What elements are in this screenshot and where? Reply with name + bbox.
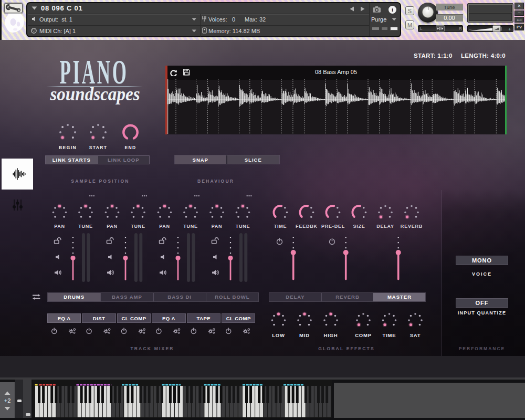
svg-text:–: –: [469, 26, 471, 32]
svg-text:+: +: [508, 27, 511, 32]
